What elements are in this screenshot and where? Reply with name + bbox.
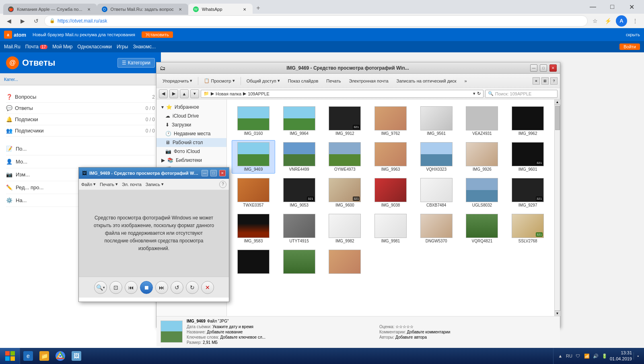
organize-btn[interactable]: Упорядочить ▾ xyxy=(159,76,196,86)
tray-antivirus-icon[interactable]: 🛡 xyxy=(574,352,582,360)
close-banner-btn[interactable]: скрыть xyxy=(626,32,640,37)
tab-whatsapp[interactable]: W WhatsApp ✕ xyxy=(188,4,253,15)
fe-item-1[interactable]: IMG_9964 xyxy=(278,104,321,138)
pv-prev-btn[interactable]: ⏮ xyxy=(125,281,138,294)
forward-button[interactable]: ▶ xyxy=(17,15,28,27)
fe-item-3[interactable]: IMG_9762 xyxy=(369,104,412,138)
pv-rotate-left-btn[interactable]: ↺ xyxy=(171,281,183,294)
pv-tool-email[interactable]: Эл. почта xyxy=(122,182,142,187)
bookmark-button[interactable]: ☆ xyxy=(590,16,600,26)
pv-tool-save[interactable]: Запись ▾ xyxy=(146,182,164,187)
tray-lang[interactable]: RU xyxy=(566,352,573,360)
view-btn[interactable]: 📋 Просмотр ▾ xyxy=(200,76,238,86)
tab-otvety[interactable]: О Ответы Mail.Ru: задать вопрос ✕ xyxy=(97,4,188,15)
taskbar-photos-btn[interactable]: 🖼 xyxy=(68,349,84,363)
more-btn[interactable]: » xyxy=(461,76,471,86)
fe-search-bar[interactable]: 🔍 Поиск: 109APPLE xyxy=(485,90,558,98)
fe-recent-btn[interactable]: ▾ xyxy=(190,89,199,98)
back-button[interactable]: ◀ xyxy=(3,15,14,27)
fe-item-2[interactable]: 321 IMG_9912 xyxy=(323,104,366,138)
scroll-down-btn[interactable]: ▼ xyxy=(555,310,560,316)
pv-delete-btn[interactable]: ✕ xyxy=(201,281,214,294)
minimize-button[interactable]: — xyxy=(584,0,602,14)
view-type-btn1[interactable]: ≡ xyxy=(533,77,540,85)
view-type-btn3[interactable]: ? xyxy=(550,77,558,85)
pv-actual-size-btn[interactable]: ⊡ xyxy=(109,281,122,294)
url-bar[interactable]: 🔒 https://otvet.mail.ru/ask xyxy=(44,15,588,27)
fe-item-9[interactable]: OYWE4973 xyxy=(323,140,366,174)
fe-item-18[interactable]: CBXB7484 xyxy=(415,176,458,209)
pv-minimize-btn[interactable]: — xyxy=(202,170,208,176)
fe-icloud-item[interactable]: ☁ iCloud Drive xyxy=(156,112,226,120)
nav-znakom[interactable]: Знакомс... xyxy=(133,44,156,50)
nav-igry[interactable]: Игры xyxy=(117,44,128,50)
voiti-button[interactable]: Войти xyxy=(619,43,640,50)
fe-item-4[interactable]: IMG_9561 xyxy=(415,104,458,138)
fe-minimize-btn[interactable]: — xyxy=(530,64,537,72)
fe-item-27[interactable]: 321 SSLV2768 xyxy=(506,212,549,245)
scroll-thumb[interactable] xyxy=(555,106,560,130)
pv-zoom-btn[interactable]: 🔍 ▾ xyxy=(94,281,107,294)
new-tab-button[interactable]: + xyxy=(253,2,264,14)
close-button[interactable]: ✕ xyxy=(622,0,641,14)
email-btn[interactable]: Электронная почта xyxy=(345,76,392,86)
tab-close-otvety[interactable]: ✕ xyxy=(177,6,183,12)
tray-volume-icon[interactable]: 🔊 xyxy=(592,352,599,360)
pv-tool-file[interactable]: Файл ▾ xyxy=(81,182,96,187)
fe-item-24[interactable]: IMG_9981 xyxy=(369,212,412,245)
profile-button[interactable]: A xyxy=(616,15,627,27)
refresh-button[interactable]: ↺ xyxy=(31,15,42,27)
burn-btn[interactable]: Записать на оптический диск xyxy=(393,76,460,86)
tab-close-apple[interactable]: ✕ xyxy=(86,6,92,12)
fe-item-14[interactable]: TWXE0357 xyxy=(232,176,275,209)
nav-odnoklassniki[interactable]: Одноклассники xyxy=(77,44,112,50)
tray-show-desktop[interactable]: ▪ xyxy=(634,352,641,360)
nav-pochta[interactable]: Почта 17 xyxy=(25,44,47,50)
fe-item-8[interactable]: VNRE4499 xyxy=(278,140,321,174)
taskbar-files-btn[interactable]: 📁 xyxy=(36,349,52,363)
share-btn[interactable]: Общий доступ ▾ xyxy=(243,76,284,86)
fe-up-btn[interactable]: ▲ xyxy=(180,89,189,98)
fe-item-29[interactable] xyxy=(278,248,321,277)
fe-item-15[interactable]: 321 IMG_9053 xyxy=(278,176,321,209)
fe-item-12[interactable]: IMG_9926 xyxy=(461,140,504,174)
install-button[interactable]: Установить xyxy=(142,31,173,38)
pv-help-btn[interactable]: ? xyxy=(219,181,226,188)
menu-button[interactable]: ⋮ xyxy=(630,15,641,27)
tray-signal-icon[interactable]: 📶 xyxy=(583,352,591,360)
fe-item-19[interactable]: UGLS8032 xyxy=(461,176,504,209)
path-refresh-btn[interactable]: ↻ xyxy=(477,91,481,96)
fe-downloads-item[interactable]: ⬇ Загрузки xyxy=(156,120,226,129)
fe-item-0[interactable]: IMG_0160 xyxy=(232,104,275,138)
tray-up-arrow[interactable]: ▲ xyxy=(557,352,564,360)
nav-moy-mir[interactable]: Мой Мир xyxy=(52,44,72,50)
fe-desktop-item[interactable]: 🖥 Рабочий стол xyxy=(156,138,226,147)
tab-apple[interactable]: 🍎 Компания Apple — Служба по... ✕ xyxy=(3,4,97,15)
pv-tool-print[interactable]: Печать ▾ xyxy=(100,182,118,187)
menu-mo[interactable]: 👤 Мо... xyxy=(6,155,155,168)
pv-maximize-btn[interactable]: □ xyxy=(210,170,217,176)
fe-close-btn[interactable]: ✕ xyxy=(549,64,557,72)
pv-next-btn[interactable]: ⏭ xyxy=(155,281,168,294)
fe-item-16[interactable]: 321 IMG_9600 xyxy=(323,176,366,209)
fe-item-11[interactable]: VQHX0323 xyxy=(415,140,458,174)
fe-item-28[interactable] xyxy=(232,248,275,277)
fe-item-22[interactable]: UTYT4915 xyxy=(278,212,321,245)
fe-item-10[interactable]: IMG_9963 xyxy=(369,140,412,174)
tray-battery-icon[interactable]: 🔋 xyxy=(601,352,608,360)
start-button[interactable] xyxy=(0,348,20,364)
fe-photo-icloud-item[interactable]: 📷 Фото iCloud xyxy=(156,147,226,156)
fe-item-30[interactable] xyxy=(323,248,366,277)
fe-item-5[interactable]: VEAZ4931 xyxy=(461,104,504,138)
extensions-button[interactable]: ⚡ xyxy=(602,15,613,27)
pv-rotate-right-btn[interactable]: ↻ xyxy=(186,281,199,294)
categories-button[interactable]: ☰ Категории xyxy=(117,58,155,68)
fe-path-bar[interactable]: 📁 ▶ Новая папка ▶ 109APPLE ▾ ↻ xyxy=(201,90,484,98)
tab-close-whatsapp[interactable]: ✕ xyxy=(241,6,248,12)
maximize-button[interactable]: □ xyxy=(603,0,621,14)
slideshow-btn[interactable]: Показ слайдов xyxy=(284,76,322,86)
fe-item-25[interactable]: DNGW5370 xyxy=(415,212,458,245)
fe-recent-item[interactable]: 🕐 Недавние места xyxy=(156,129,226,138)
pv-close-btn[interactable]: ✕ xyxy=(219,170,226,176)
view-type-btn2[interactable]: ⊞ xyxy=(541,77,549,85)
